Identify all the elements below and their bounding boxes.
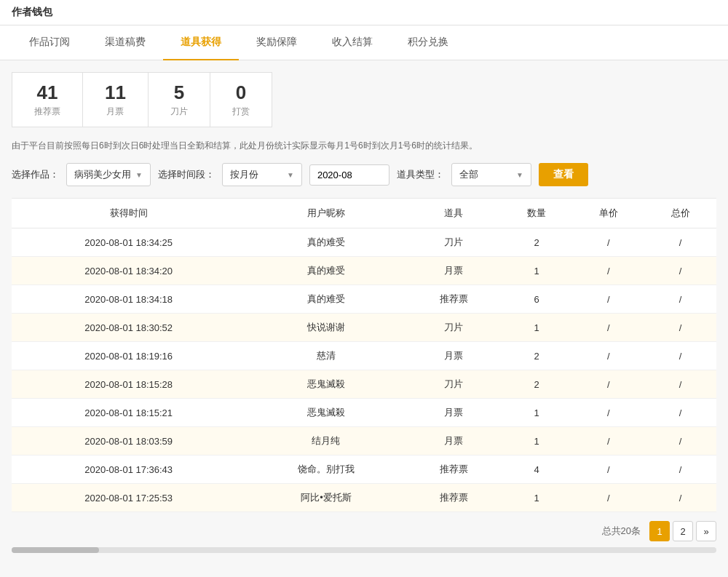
cell-time: 2020-08-01 18:19:16 [12, 342, 245, 370]
col-user: 用户昵称 [245, 199, 406, 228]
tab-props-earned[interactable]: 道具获得 [163, 25, 239, 60]
cell-prop: 月票 [406, 342, 500, 370]
prop-type-value: 全部 [459, 168, 478, 181]
cell-prop: 月票 [406, 399, 500, 427]
stat-reward-number: 0 [232, 81, 250, 104]
table-row: 2020-08-01 18:34:18 真的难受 推荐票 6 / / [12, 285, 716, 314]
cell-prop: 刀片 [406, 370, 500, 399]
cell-qty: 2 [501, 228, 573, 257]
date-input[interactable] [309, 164, 389, 186]
cell-price: / [572, 427, 644, 455]
cell-user: 饶命。别打我 [245, 455, 406, 484]
cell-qty: 4 [501, 455, 573, 484]
stat-reward: 0 打赏 [210, 73, 272, 127]
cell-time: 2020-08-01 18:15:28 [12, 370, 245, 399]
tab-reward-guarantee[interactable]: 奖励保障 [239, 25, 314, 60]
table-header-row: 获得时间 用户昵称 道具 数量 单价 总价 [12, 199, 716, 228]
hscroll-thumb [12, 547, 99, 553]
cell-user: 慈清 [245, 342, 406, 370]
cell-user: 恶鬼滅殺 [245, 370, 406, 399]
table-row: 2020-08-01 17:25:53 阿比•爱托斯 推荐票 1 / / [12, 484, 716, 512]
search-button[interactable]: 查看 [539, 163, 588, 186]
data-table: 获得时间 用户昵称 道具 数量 单价 总价 2020-08-01 18:34:2… [12, 198, 716, 512]
stat-blade: 5 刀片 [149, 73, 210, 127]
cell-prop: 推荐票 [406, 484, 500, 512]
cell-qty: 1 [501, 257, 573, 285]
cell-time: 2020-08-01 17:25:53 [12, 484, 245, 512]
cell-qty: 1 [501, 314, 573, 342]
cell-price: / [572, 314, 644, 342]
cell-total: / [644, 285, 716, 314]
table-row: 2020-08-01 18:30:52 快说谢谢 刀片 1 / / [12, 314, 716, 342]
horizontal-scrollbar[interactable] [12, 547, 716, 553]
cell-price: / [572, 342, 644, 370]
filter-row: 选择作品： 病弱美少女用 ▼ 选择时间段： 按月份 ▼ 道具类型： 全部 ▼ 查… [12, 163, 716, 186]
tab-income-settlement[interactable]: 收入结算 [314, 25, 390, 60]
pagination-total: 总共20条 [602, 525, 641, 538]
cell-prop: 月票 [406, 427, 500, 455]
cell-user: 快说谢谢 [245, 314, 406, 342]
cell-user: 恶鬼滅殺 [245, 399, 406, 427]
work-select-arrow: ▼ [135, 171, 143, 179]
cell-total: / [644, 228, 716, 257]
cell-total: / [644, 427, 716, 455]
time-period-value: 按月份 [230, 168, 258, 181]
cell-time: 2020-08-01 18:34:20 [12, 257, 245, 285]
cell-qty: 1 [501, 399, 573, 427]
tab-works-subscription[interactable]: 作品订阅 [12, 25, 87, 60]
page-btn-next[interactable]: » [696, 521, 716, 541]
page-title: 作者钱包 [12, 6, 52, 17]
cell-user: 真的难受 [245, 228, 406, 257]
col-time: 获得时间 [12, 199, 245, 228]
page-btn-2[interactable]: 2 [673, 521, 693, 541]
cell-price: / [572, 399, 644, 427]
cell-qty: 2 [501, 342, 573, 370]
cell-time: 2020-08-01 18:34:25 [12, 228, 245, 257]
tab-bar: 作品订阅 渠道稿费 道具获得 奖励保障 收入结算 积分兑换 [0, 25, 728, 60]
cell-user: 结月纯 [245, 427, 406, 455]
cell-user: 真的难受 [245, 257, 406, 285]
cell-prop: 推荐票 [406, 285, 500, 314]
cell-time: 2020-08-01 18:15:21 [12, 399, 245, 427]
cell-qty: 1 [501, 427, 573, 455]
table-row: 2020-08-01 18:34:25 真的难受 刀片 2 / / [12, 228, 716, 257]
table-row: 2020-08-01 18:15:21 恶鬼滅殺 月票 1 / / [12, 399, 716, 427]
col-price: 单价 [572, 199, 644, 228]
work-select[interactable]: 病弱美少女用 ▼ [66, 163, 151, 186]
main-content: 41 推荐票 11 月票 5 刀片 0 打赏 由于平台目前按照每日6时到次日6时… [0, 60, 728, 577]
tab-channel-fee[interactable]: 渠道稿费 [87, 25, 163, 60]
cell-qty: 6 [501, 285, 573, 314]
cell-price: / [572, 370, 644, 399]
work-select-value: 病弱美少女用 [74, 168, 131, 181]
cell-price: / [572, 285, 644, 314]
stat-monthly-label: 月票 [105, 106, 126, 118]
prop-type-select[interactable]: 全部 ▼ [451, 163, 531, 186]
cell-total: / [644, 484, 716, 512]
cell-prop: 刀片 [406, 228, 500, 257]
pagination-row: 总共20条 1 2 » [12, 512, 716, 544]
cell-total: / [644, 399, 716, 427]
cell-time: 2020-08-01 18:34:18 [12, 285, 245, 314]
cell-total: / [644, 257, 716, 285]
cell-user: 阿比•爱托斯 [245, 484, 406, 512]
stat-monthly-ticket: 11 月票 [83, 73, 149, 127]
col-prop: 道具 [406, 199, 500, 228]
page-btn-1[interactable]: 1 [649, 521, 670, 541]
tab-points-exchange[interactable]: 积分兑换 [390, 25, 466, 60]
table-row: 2020-08-01 18:15:28 恶鬼滅殺 刀片 2 / / [12, 370, 716, 399]
stat-blade-number: 5 [170, 81, 188, 104]
cell-price: / [572, 228, 644, 257]
cell-time: 2020-08-01 18:30:52 [12, 314, 245, 342]
table-row: 2020-08-01 18:34:20 真的难受 月票 1 / / [12, 257, 716, 285]
prop-type-arrow: ▼ [516, 171, 523, 179]
prop-type-label: 道具类型： [397, 168, 444, 181]
table-row: 2020-08-01 18:19:16 慈清 月票 2 / / [12, 342, 716, 370]
page-wrapper: 作者钱包 作品订阅 渠道稿费 道具获得 奖励保障 收入结算 积分兑换 41 推荐… [0, 0, 728, 577]
time-period-select[interactable]: 按月份 ▼ [222, 163, 302, 186]
cell-total: / [644, 314, 716, 342]
cell-price: / [572, 257, 644, 285]
stat-recommend-number: 41 [34, 81, 60, 104]
stats-row: 41 推荐票 11 月票 5 刀片 0 打赏 [12, 72, 272, 127]
stat-monthly-number: 11 [105, 81, 126, 104]
cell-total: / [644, 342, 716, 370]
